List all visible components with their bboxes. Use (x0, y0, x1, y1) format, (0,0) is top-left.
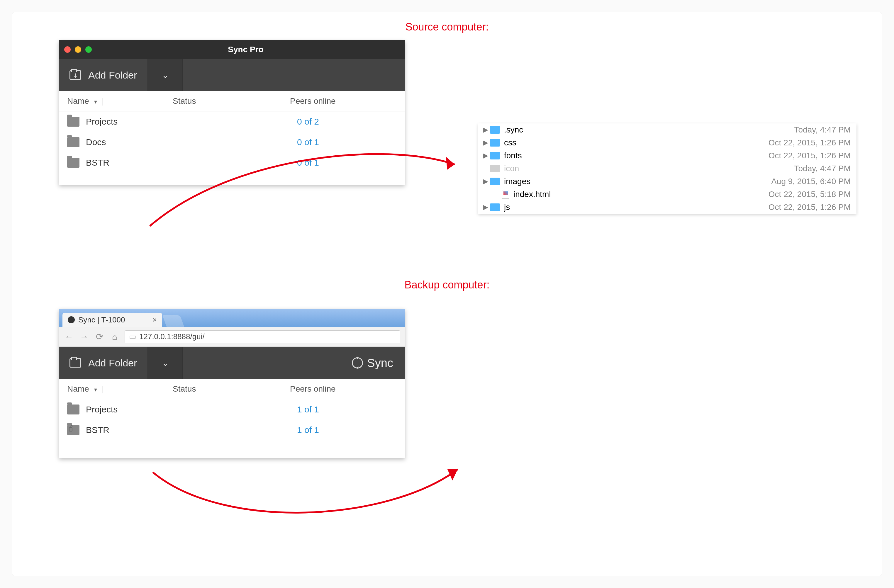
source-section: Source computer: Sync Pro ⬇ Add Folder ⌄ (12, 12, 882, 270)
finder-row[interactable]: index.htmlOct 22, 2015, 5:18 PM (478, 188, 856, 201)
column-status[interactable]: Status (173, 96, 290, 106)
column-status[interactable]: Status (173, 384, 290, 394)
browser-tabstrip: Sync | T-1000 × (59, 309, 405, 327)
sync-toolbar: ⬇ Add Folder ⌄ (59, 59, 405, 91)
disclosure-triangle-icon[interactable]: ▶ (481, 204, 490, 211)
folder-name: Projects (86, 404, 118, 415)
file-icon (490, 165, 500, 172)
nav-reload-icon[interactable]: ⟳ (94, 332, 105, 342)
folder-icon (490, 126, 500, 134)
folder-name: Projects (86, 117, 118, 127)
folder-name: BSTR (86, 158, 109, 168)
file-name: index.html (513, 190, 551, 199)
folder-row[interactable]: BSTR1 of 1 (59, 420, 405, 440)
add-folder-dropdown[interactable]: ⌄ (148, 347, 183, 379)
column-headers: Name ▾ | Status Peers online (59, 91, 405, 112)
disclosure-triangle-icon[interactable]: ▶ (481, 126, 490, 134)
tab-title: Sync | T-1000 (78, 315, 125, 324)
svg-marker-1 (447, 469, 458, 480)
add-folder-label: Add Folder (88, 357, 137, 369)
finder-row[interactable]: ▶cssOct 22, 2015, 1:26 PM (478, 136, 856, 149)
file-date: Oct 22, 2015, 1:26 PM (769, 151, 850, 160)
add-folder-icon (69, 358, 81, 368)
browser-tab[interactable]: Sync | T-1000 × (62, 313, 162, 327)
folder-name: BSTR (86, 425, 109, 435)
file-date: Today, 4:47 PM (794, 164, 850, 173)
chevron-down-icon: ⌄ (162, 358, 169, 368)
chevron-down-icon: ⌄ (162, 70, 169, 80)
file-name: icon (504, 164, 519, 173)
diagram-canvas: Source computer: Sync Pro ⬇ Add Folder ⌄ (12, 12, 882, 576)
nav-back-icon[interactable]: ← (63, 332, 74, 342)
finder-row[interactable]: iconToday, 4:47 PM (478, 162, 856, 175)
tab-close-icon[interactable]: × (153, 315, 157, 324)
browser-window: Sync | T-1000 × ← → ⟳ ⌂ ▭ 127.0.0.1:8888… (59, 309, 405, 458)
address-bar[interactable]: ▭ 127.0.0.1:8888/gui/ (125, 330, 400, 343)
disclosure-triangle-icon[interactable]: ▶ (481, 139, 490, 146)
sync-logo-text: Sync (367, 356, 393, 369)
folder-list: Projects1 of 1BSTR1 of 1 (59, 399, 405, 440)
folder-name: Docs (86, 137, 106, 147)
column-peers[interactable]: Peers online (290, 384, 397, 394)
page-icon: ▭ (129, 332, 136, 341)
file-name: js (504, 202, 510, 212)
nav-forward-icon[interactable]: → (79, 332, 89, 342)
disclosure-triangle-icon[interactable]: ▶ (481, 152, 490, 160)
folder-row[interactable]: Projects1 of 1 (59, 399, 405, 420)
folder-icon (67, 137, 80, 147)
add-folder-dropdown[interactable]: ⌄ (148, 59, 183, 91)
add-folder-label: Add Folder (88, 69, 137, 81)
file-date: Today, 4:47 PM (794, 125, 850, 134)
folder-row[interactable]: Docs0 of 1 (59, 132, 405, 152)
file-icon (502, 190, 509, 199)
add-folder-button[interactable]: ⬇ Add Folder (59, 59, 148, 91)
column-peers[interactable]: Peers online (290, 96, 397, 106)
folder-icon (490, 152, 500, 160)
folder-row[interactable]: BSTR0 of 1 (59, 152, 405, 173)
nav-home-icon[interactable]: ⌂ (109, 332, 120, 342)
file-name: images (504, 177, 530, 186)
column-name[interactable]: Name ▾ | (67, 384, 173, 394)
file-date: Aug 9, 2015, 6:40 PM (771, 177, 850, 186)
file-date: Oct 22, 2015, 5:18 PM (769, 190, 850, 199)
finder-row[interactable]: ▶fontsOct 22, 2015, 1:26 PM (478, 149, 856, 162)
new-tab-button[interactable] (162, 315, 184, 327)
folder-icon (490, 139, 500, 146)
zoom-window-button[interactable] (85, 46, 92, 53)
backup-section: Backup computer: Sync | T-1000 × ← → ⟳ ⌂… (12, 270, 882, 557)
file-name: .sync (504, 125, 523, 134)
file-name: css (504, 138, 516, 148)
backup-label: Backup computer: (12, 279, 882, 291)
column-name[interactable]: Name ▾ | (67, 96, 173, 106)
file-name: fonts (504, 151, 522, 160)
folder-icon (67, 404, 80, 415)
finder-row[interactable]: ▶imagesAug 9, 2015, 6:40 PM (478, 175, 856, 188)
sort-indicator-icon: ▾ (94, 386, 97, 393)
folder-list: Projects0 of 2Docs0 of 1BSTR0 of 1 (59, 112, 405, 173)
minimize-window-button[interactable] (75, 46, 81, 53)
tab-favicon-icon (68, 316, 75, 323)
peers-online: 1 of 1 (297, 404, 397, 415)
add-folder-icon: ⬇ (69, 70, 81, 80)
window-controls (64, 46, 92, 53)
file-date: Oct 22, 2015, 1:26 PM (769, 138, 850, 148)
source-label: Source computer: (12, 21, 882, 33)
sort-indicator-icon: ▾ (94, 98, 97, 105)
sync-logo: Sync (352, 356, 405, 369)
url-text: 127.0.0.1:8888/gui/ (139, 332, 205, 341)
sync-pro-window: Sync Pro ⬇ Add Folder ⌄ Name ▾ | Status (59, 40, 405, 185)
window-titlebar[interactable]: Sync Pro (59, 40, 405, 59)
close-window-button[interactable] (64, 46, 71, 53)
finder-row[interactable]: ▶jsOct 22, 2015, 1:26 PM (478, 201, 856, 214)
add-folder-button[interactable]: Add Folder (59, 347, 148, 379)
window-title: Sync Pro (228, 45, 263, 54)
finder-row[interactable]: ▶.syncToday, 4:47 PM (478, 124, 856, 136)
sync-icon (352, 357, 363, 368)
folder-icon (67, 425, 80, 435)
folder-icon (67, 117, 80, 127)
folder-row[interactable]: Projects0 of 2 (59, 112, 405, 132)
disclosure-triangle-icon[interactable]: ▶ (481, 178, 490, 185)
peers-online: 0 of 2 (297, 117, 397, 127)
sync-web-toolbar: Add Folder ⌄ Sync (59, 347, 405, 379)
file-date: Oct 22, 2015, 1:26 PM (769, 202, 850, 212)
